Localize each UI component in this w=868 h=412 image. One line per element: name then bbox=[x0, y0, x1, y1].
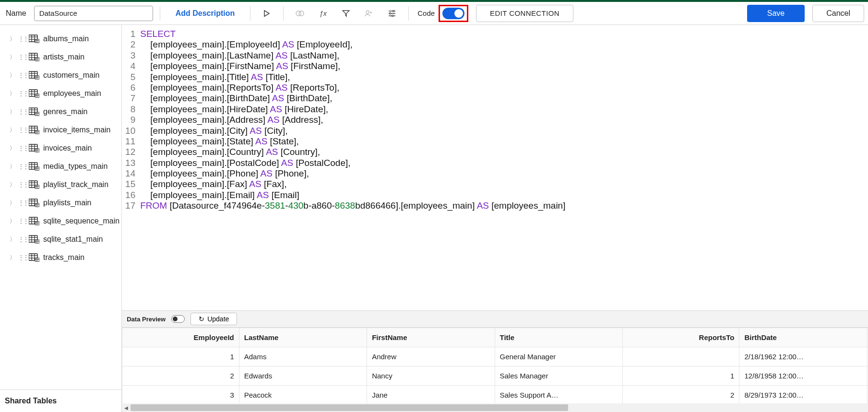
join-icon[interactable] bbox=[290, 6, 309, 21]
column-header[interactable]: FirstName bbox=[367, 328, 495, 347]
tree-item[interactable]: 〉⋮⋮playlist_track_main bbox=[2, 176, 119, 194]
tree-item[interactable]: 〉⋮⋮sqlite_stat1_main bbox=[2, 230, 119, 248]
drag-handle-icon[interactable]: ⋮⋮ bbox=[18, 92, 25, 95]
tree-item[interactable]: 〉⋮⋮playlists_main bbox=[2, 194, 119, 212]
refresh-icon: ↻ bbox=[199, 315, 204, 323]
tree-item[interactable]: 〉⋮⋮media_types_main bbox=[2, 157, 119, 176]
tree-item[interactable]: 〉⋮⋮genres_main bbox=[2, 103, 119, 121]
add-description-link[interactable]: Add Description bbox=[167, 9, 244, 18]
save-button[interactable]: Save bbox=[747, 5, 805, 22]
svg-point-2 bbox=[366, 11, 369, 13]
tree-item-label: playlist_track_main bbox=[43, 180, 108, 189]
tree-item-label: invoices_main bbox=[43, 144, 92, 153]
tree-item[interactable]: 〉⋮⋮customers_main bbox=[2, 66, 119, 84]
svg-point-4 bbox=[390, 12, 391, 14]
table-icon bbox=[29, 71, 39, 80]
table-cell: 3 bbox=[122, 386, 239, 405]
chevron-right-icon: 〉 bbox=[10, 108, 14, 116]
drag-handle-icon[interactable]: ⋮⋮ bbox=[18, 238, 25, 241]
tree-item[interactable]: 〉⋮⋮albums_main bbox=[2, 30, 119, 48]
fx-icon[interactable]: ƒx bbox=[313, 6, 333, 21]
editor-code[interactable]: SELECT [employees_main].[EmployeeId] AS … bbox=[137, 25, 565, 310]
drag-handle-icon[interactable]: ⋮⋮ bbox=[18, 74, 25, 77]
tree-item[interactable]: 〉⋮⋮invoice_items_main bbox=[2, 121, 119, 139]
tree-item-label: sqlite_stat1_main bbox=[43, 235, 103, 244]
tree-item[interactable]: 〉⋮⋮artists_main bbox=[2, 48, 119, 66]
chevron-right-icon: 〉 bbox=[10, 217, 14, 225]
data-grid: EmployeeIdLastNameFirstNameTitleReportsT… bbox=[122, 328, 868, 412]
chevron-right-icon: 〉 bbox=[10, 35, 14, 43]
table-cell: 8/29/1973 12:00… bbox=[739, 386, 867, 405]
drag-handle-icon[interactable]: ⋮⋮ bbox=[18, 256, 25, 259]
content: 1234567891011121314151617 SELECT [employ… bbox=[122, 25, 868, 412]
drag-handle-icon[interactable]: ⋮⋮ bbox=[18, 220, 25, 223]
code-toggle-highlight bbox=[440, 7, 466, 20]
tree-item-label: employees_main bbox=[43, 89, 101, 98]
update-button[interactable]: ↻ Update bbox=[190, 313, 237, 325]
grid-horizontal-scrollbar[interactable]: ◀▶ bbox=[122, 403, 868, 412]
table-icon bbox=[29, 253, 39, 262]
tree-item-label: artists_main bbox=[43, 53, 84, 61]
data-preview-label: Data Preview bbox=[127, 316, 166, 323]
table-cell: Peacock bbox=[239, 386, 367, 405]
column-header[interactable]: BirthDate bbox=[739, 328, 867, 347]
tree-item-label: playlists_main bbox=[43, 199, 91, 207]
preview-bar: Data Preview ↻ Update 8 Records Retrieve… bbox=[122, 310, 868, 328]
table-row[interactable]: 1AdamsAndrewGeneral Manager2/18/1962 12:… bbox=[122, 347, 868, 366]
code-toggle[interactable] bbox=[442, 8, 464, 19]
tree-item[interactable]: 〉⋮⋮employees_main bbox=[2, 84, 119, 103]
table-row[interactable]: 3PeacockJaneSales Support A…28/29/1973 1… bbox=[122, 386, 868, 405]
user-plus-icon[interactable] bbox=[359, 6, 379, 21]
sql-editor[interactable]: 1234567891011121314151617 SELECT [employ… bbox=[122, 25, 868, 310]
tree-item-label: albums_main bbox=[43, 35, 89, 43]
table-cell: 1 bbox=[122, 347, 239, 366]
chevron-right-icon: 〉 bbox=[10, 163, 14, 171]
separator bbox=[283, 6, 284, 21]
column-header[interactable]: ReportsTo bbox=[622, 328, 739, 347]
update-label: Update bbox=[207, 315, 229, 323]
drag-handle-icon[interactable]: ⋮⋮ bbox=[18, 201, 25, 204]
tree-item-label: invoice_items_main bbox=[43, 126, 111, 134]
column-header[interactable]: EmployeeId bbox=[122, 328, 239, 347]
table-cell: 2/18/1962 12:00… bbox=[739, 347, 867, 366]
drag-handle-icon[interactable]: ⋮⋮ bbox=[18, 110, 25, 113]
chevron-right-icon: 〉 bbox=[10, 126, 14, 134]
name-label: Name bbox=[6, 9, 26, 18]
table-icon bbox=[29, 180, 39, 189]
chevron-right-icon: 〉 bbox=[10, 199, 14, 207]
svg-point-3 bbox=[393, 10, 394, 12]
column-header[interactable]: Title bbox=[495, 328, 622, 347]
edit-connection-button[interactable]: EDIT CONNECTION bbox=[476, 5, 573, 22]
tree-item[interactable]: 〉⋮⋮invoices_main bbox=[2, 139, 119, 157]
sliders-icon[interactable] bbox=[382, 6, 402, 21]
table-icon bbox=[29, 199, 39, 207]
tree-item-label: tracks_main bbox=[43, 253, 84, 262]
shared-tables-header[interactable]: Shared Tables bbox=[0, 389, 121, 412]
drag-handle-icon[interactable]: ⋮⋮ bbox=[18, 56, 25, 59]
column-header[interactable]: LastName bbox=[239, 328, 367, 347]
table-header-row: EmployeeIdLastNameFirstNameTitleReportsT… bbox=[122, 328, 868, 347]
chevron-right-icon: 〉 bbox=[10, 235, 14, 244]
separator bbox=[160, 6, 160, 21]
table-row[interactable]: 2EdwardsNancySales Manager112/8/1958 12:… bbox=[122, 366, 868, 386]
cancel-button[interactable]: Cancel bbox=[812, 5, 864, 22]
table-icon bbox=[29, 89, 39, 98]
drag-handle-icon[interactable]: ⋮⋮ bbox=[18, 165, 25, 168]
tree-item[interactable]: 〉⋮⋮tracks_main bbox=[2, 248, 119, 267]
run-icon[interactable] bbox=[257, 6, 276, 21]
separator bbox=[408, 6, 409, 21]
data-preview-toggle[interactable] bbox=[171, 315, 185, 323]
table-cell: Jane bbox=[367, 386, 495, 405]
drag-handle-icon[interactable]: ⋮⋮ bbox=[18, 37, 25, 40]
drag-handle-icon[interactable]: ⋮⋮ bbox=[18, 183, 25, 186]
table-cell bbox=[622, 347, 739, 366]
chevron-right-icon: 〉 bbox=[10, 181, 14, 189]
tree-item-label: customers_main bbox=[43, 71, 99, 80]
chevron-right-icon: 〉 bbox=[10, 90, 14, 98]
drag-handle-icon[interactable]: ⋮⋮ bbox=[18, 147, 25, 150]
name-input[interactable] bbox=[34, 6, 153, 21]
filter-icon[interactable] bbox=[336, 6, 356, 21]
drag-handle-icon[interactable]: ⋮⋮ bbox=[18, 129, 25, 131]
chevron-right-icon: 〉 bbox=[10, 144, 14, 153]
tree-item[interactable]: 〉⋮⋮sqlite_sequence_main bbox=[2, 212, 119, 230]
